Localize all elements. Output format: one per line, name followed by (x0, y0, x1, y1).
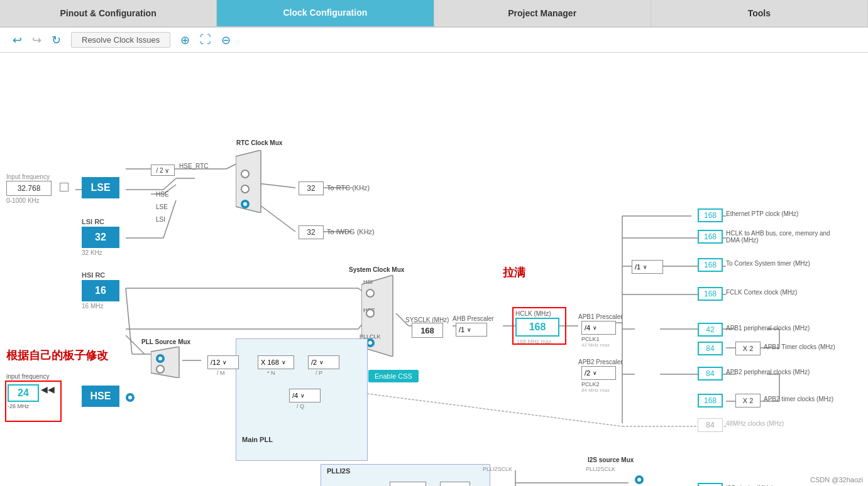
pll-m-label: / M (217, 370, 225, 376)
clock-diagram-canvas: Input frequency 32.768 0-1000 KHz LSE / … (0, 53, 868, 486)
pll-src-hsi-radio[interactable] (156, 365, 165, 374)
pll-q-dropdown[interactable]: /4 (289, 389, 321, 402)
tab-clock[interactable]: Clock Configuration (217, 0, 434, 26)
cortex-label: To Cortex System timer (MHz) (726, 260, 810, 267)
apb1-prescaler-dropdown[interactable]: /4 (581, 321, 616, 335)
plli2s-label: PLLI2S (327, 467, 350, 475)
tab-pinout[interactable]: Pinout & Configuration (0, 0, 217, 26)
svg-line-63 (126, 288, 132, 354)
pll-source-mux-shape (151, 347, 185, 378)
fclk-value: 168 (698, 287, 723, 301)
pclk2-max-label: 84 MHz max (581, 387, 610, 393)
plli2sclk-label1: PLLI2SCLK (483, 466, 512, 472)
hse-label-line: HSE (156, 191, 169, 198)
hse-div2-box[interactable]: / 2 ∨ (151, 165, 175, 176)
hsi-freq-label: 16 MHz (82, 303, 103, 310)
apb2-timer-x2: X 2 (735, 394, 761, 408)
hse-src-radio[interactable] (126, 393, 135, 402)
hse-block[interactable]: HSE (82, 386, 119, 407)
to-iwdg-label: To IWDG (KHz) (327, 228, 375, 235)
annotation-pull: 拉满 (503, 265, 525, 280)
footer-credit: CSDN @32haozi (810, 476, 863, 483)
hse-input-value-box[interactable]: 24 (8, 384, 39, 402)
iwdg-32-box: 32 (299, 225, 324, 239)
apb2-prescaler-dropdown[interactable]: /2 (581, 366, 616, 380)
lsi-block[interactable]: 32 (82, 227, 119, 248)
hclk-ahb-label: HCLK to AHB bus, core, memory and DMA (M… (726, 230, 839, 244)
pll-m-dropdown[interactable]: /12 (207, 355, 239, 369)
rtc-mux-hse-radio[interactable] (241, 170, 250, 178)
rtc-mux-lse-radio[interactable] (241, 185, 250, 193)
hclk-value-box[interactable]: 168 (515, 318, 559, 337)
fclk-label: FCLK Cortex clock (MHz) (726, 289, 797, 296)
sys-mux-hse-radio[interactable] (366, 309, 375, 318)
pll-n-dropdown[interactable]: X 168 (258, 355, 294, 369)
apb2-timer-value: 168 (698, 394, 723, 408)
sysclk-value-box[interactable]: 168 (412, 323, 443, 338)
tab-tools[interactable]: Tools (651, 0, 868, 26)
tab-project[interactable]: Project Manager (434, 0, 651, 26)
undo-icon[interactable]: ↩ (13, 33, 22, 47)
annotation-modify: 根据自己的板子修改 (6, 348, 108, 363)
rtc-mux-title: RTC Clock Mux (236, 139, 282, 146)
hclk-label: HCLK (MHz) (515, 310, 551, 317)
redo-icon[interactable]: ↪ (32, 33, 41, 47)
hse-rtc-label: HSE_RTC (179, 163, 209, 170)
lse-value-box[interactable]: 32.768 (6, 181, 52, 196)
apb1-prescaler-label: APB1 Prescaler (578, 313, 623, 320)
hse-range-label: -26 MHz (8, 403, 29, 409)
pll-n-label: * N (267, 370, 275, 376)
main-pll-label: Main PLL (242, 436, 273, 443)
to-rtc-label: To RTC (KHz) (327, 184, 370, 192)
apb1-peri-label: APB1 peripheral clocks (MHz) (726, 325, 810, 332)
apb1-timer-x2: X 2 (735, 342, 761, 355)
lsi-rc-label: LSI RC (82, 218, 104, 225)
hsi-rc-label: HSI RC (82, 271, 105, 279)
apb2-peri-label: APB2 peripheral clocks (MHz) (726, 369, 810, 375)
lse-connector (60, 183, 69, 192)
hclk-max-label: 168 MHz max (517, 338, 552, 345)
eth-label: Ethernet PTP clock (MHz) (726, 210, 798, 217)
rtc-32-box: 32 (299, 181, 324, 195)
svg-line-55 (352, 392, 622, 426)
ahb-prescaler-dropdown[interactable]: /1 (456, 323, 487, 337)
hsi-block[interactable]: 16 (82, 280, 119, 301)
pll-src-hse-radio[interactable] (156, 354, 165, 363)
system-mux-title: System Clock Mux (349, 266, 404, 273)
sys-mux-hsi-label: HSI (363, 279, 373, 285)
pll-p-dropdown[interactable]: /2 (308, 355, 339, 369)
zoom-out-icon[interactable]: ⊖ (221, 33, 231, 47)
lsi-label-line: LSI (156, 216, 165, 223)
48mhz-label: 48MHz clocks (MHz) (726, 420, 784, 427)
hse-arrow-right: ◀◀ (41, 384, 55, 394)
pclk2-label: PCLK2 (581, 381, 600, 387)
lsi-freq-label: 32 KHz (82, 249, 102, 256)
refresh-icon[interactable]: ↻ (52, 33, 61, 47)
pll-q-label: / Q (297, 403, 304, 409)
48mhz-value: 84 (698, 418, 723, 432)
toolbar: ↩ ↪ ↻ Resolve Clock Issues ⊕ ⛶ ⊖ (0, 28, 868, 53)
plli2s-n-dropdown[interactable]: X 192 (390, 482, 426, 486)
plli2sclk-label2: PLLI2SCLK (586, 466, 615, 472)
fit-icon[interactable]: ⛶ (200, 33, 211, 46)
enable-css-button[interactable]: Enable CSS (368, 370, 419, 382)
rtc-mux-lsi-radio[interactable] (241, 200, 250, 208)
i2s-clock-value: 192 (698, 483, 723, 486)
plli2s-r-dropdown[interactable]: /2 (440, 482, 470, 486)
sys-mux-hsi-radio[interactable] (366, 289, 375, 298)
apb1-peri-value: 42 (698, 323, 723, 337)
lse-range-label: 0-1000 KHz (6, 197, 40, 204)
cortex-value: 168 (698, 258, 723, 272)
apb2-prescaler-label: APB2 Prescaler (578, 359, 623, 365)
lse-block[interactable]: LSE (82, 177, 119, 198)
i2s-mux-plli2s-radio[interactable] (635, 475, 644, 484)
i2s-source-mux-title: I2S source Mux (588, 456, 634, 463)
resolve-clock-issues-button[interactable]: Resolve Clock Issues (71, 32, 170, 48)
lse-label-line: LSE (156, 203, 168, 210)
svg-marker-67 (151, 347, 179, 378)
cortex-div-dropdown[interactable]: /1 (632, 260, 663, 274)
hse-input-freq-label: input frequency (6, 373, 49, 380)
eth-value: 168 (698, 208, 723, 222)
ahb-prescaler-label: AHB Prescaler (453, 315, 494, 322)
zoom-in-icon[interactable]: ⊕ (180, 33, 190, 47)
